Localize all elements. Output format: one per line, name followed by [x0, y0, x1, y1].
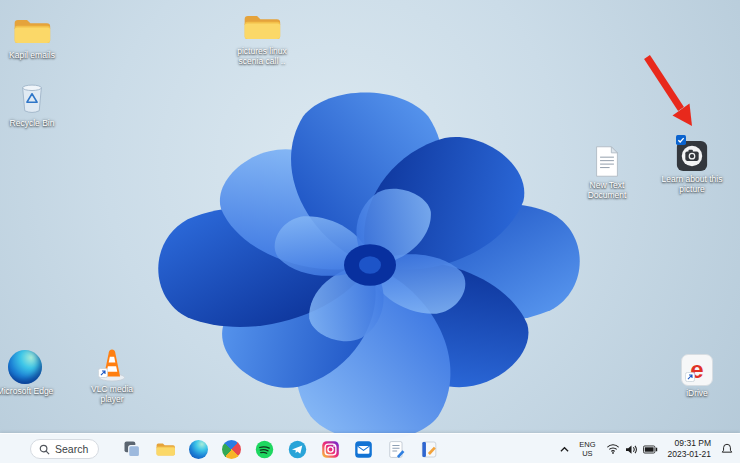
desktop-icon-vlc[interactable]: VLC media player: [80, 344, 144, 404]
tray-clock[interactable]: 09:31 PM 2023-01-21: [668, 438, 711, 460]
desktop-icon-label: VLC media player: [80, 384, 144, 404]
recycle-bin-icon: [15, 78, 49, 116]
desktop-icon-microsoft-edge[interactable]: Microsoft Edge: [0, 346, 57, 396]
selected-checkbox-icon[interactable]: [676, 131, 686, 149]
battery-icon: [643, 445, 658, 454]
desktop-icon-label: pictures linux scenia call ..: [230, 46, 294, 66]
taskbar: Search ENG US 0: [0, 433, 740, 463]
folder-icon: [242, 6, 282, 44]
desktop-icon-label: iDrive: [686, 388, 708, 398]
search-icon: [39, 444, 50, 455]
desktop-icon-new-text-document[interactable]: New Text Document: [575, 140, 639, 200]
vlc-cone-icon: [94, 344, 130, 382]
file-explorer-icon: [155, 441, 176, 458]
desktop-icon-label: New Text Document: [575, 180, 639, 200]
bell-icon: [721, 443, 733, 455]
taskbar-spotify-button[interactable]: [252, 437, 276, 461]
text-document-icon: [594, 140, 620, 178]
edge-browser-icon: [8, 346, 42, 384]
notepad-icon: [387, 440, 406, 459]
taskbar-file-explorer-button[interactable]: [153, 437, 177, 461]
taskbar-search[interactable]: Search: [30, 439, 99, 459]
language-line2: US: [579, 449, 595, 458]
annotation-arrow: [632, 52, 712, 137]
language-line1: ENG: [579, 440, 595, 449]
taskbar-journal-button[interactable]: [417, 437, 441, 461]
chevron-up-icon: [559, 445, 570, 454]
photos-icon: [222, 440, 241, 459]
tray-overflow-button[interactable]: [556, 437, 572, 461]
desktop-icon-label: Recycle Bin: [10, 118, 55, 128]
taskbar-edge-button[interactable]: [186, 437, 210, 461]
camera-icon: [676, 134, 708, 172]
search-label: Search: [55, 443, 88, 455]
taskbar-notepad-button[interactable]: [384, 437, 408, 461]
mail-icon: [354, 440, 373, 459]
taskbar-telegram-button[interactable]: [285, 437, 309, 461]
task-view-icon: [122, 439, 142, 459]
desktop-icon-recycle-bin[interactable]: Recycle Bin: [0, 78, 64, 128]
taskbar-instagram-button[interactable]: [318, 437, 342, 461]
volume-icon: [625, 444, 638, 455]
tray-language-switcher[interactable]: ENG US: [579, 440, 595, 459]
desktop-icon-label: Kapil emails: [9, 50, 55, 60]
shortcut-arrow-icon: [685, 368, 695, 386]
journal-icon: [420, 440, 439, 459]
spotify-icon: [255, 440, 274, 459]
wifi-icon: [606, 443, 620, 455]
desktop-icon-pictures-folder[interactable]: pictures linux scenia call ..: [230, 6, 294, 66]
idrive-icon: e: [681, 348, 713, 386]
desktop-icon-kapil-emails[interactable]: Kapil emails: [0, 10, 64, 60]
folder-icon: [12, 10, 52, 48]
desktop-icon-idrive[interactable]: e iDrive: [665, 348, 729, 398]
desktop-icon-label: Microsoft Edge: [0, 386, 53, 396]
clock-date: 2023-01-21: [668, 449, 711, 460]
taskbar-mail-button[interactable]: [351, 437, 375, 461]
wallpaper-bloom-image: [100, 45, 640, 463]
edge-icon: [189, 440, 208, 459]
desktop[interactable]: Kapil emails Recycle Bin pictures linux …: [0, 0, 740, 463]
clock-time: 09:31 PM: [668, 438, 711, 449]
system-tray: ENG US 09:31 PM 2023-01-21: [556, 434, 736, 463]
taskbar-task-view-button[interactable]: [120, 437, 144, 461]
desktop-icon-learn-about-picture[interactable]: Learn about this picture: [660, 134, 724, 194]
tray-network-volume-battery[interactable]: [603, 441, 661, 457]
shortcut-arrow-icon: [98, 364, 108, 382]
instagram-icon: [321, 440, 340, 459]
taskbar-app-icons: [120, 437, 441, 461]
desktop-icon-label: Learn about this picture: [660, 174, 724, 194]
taskbar-photos-button[interactable]: [219, 437, 243, 461]
tray-notification-button[interactable]: [718, 437, 736, 461]
telegram-icon: [288, 440, 307, 459]
